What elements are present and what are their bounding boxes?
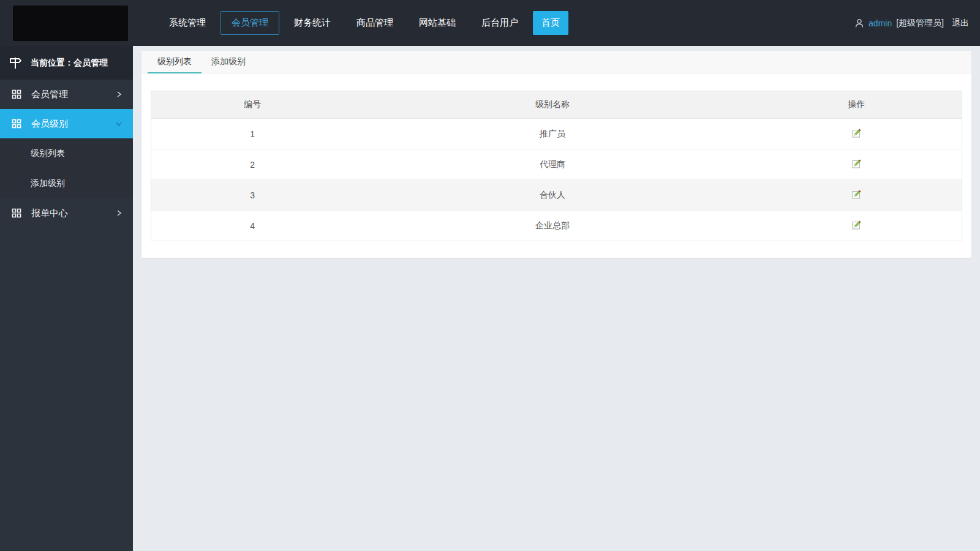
nav-item-finance[interactable]: 财务统计 <box>283 11 342 35</box>
main-nav: 系统管理 会员管理 财务统计 商品管理 网站基础 后台用户 首页 <box>158 11 568 35</box>
sidebar-subitem-label: 添加级别 <box>31 178 65 189</box>
nav-item-backend-users[interactable]: 后台用户 <box>470 11 529 35</box>
username-link[interactable]: admin <box>869 18 892 28</box>
tab-bar: 级别列表 添加级别 <box>141 51 971 73</box>
column-header-actions: 操作 <box>751 91 962 119</box>
edit-pencil-icon[interactable] <box>851 189 862 200</box>
edit-pencil-icon[interactable] <box>851 220 862 230</box>
logout-button[interactable]: 退出 <box>952 18 969 29</box>
nav-item-website[interactable]: 网站基础 <box>408 11 467 35</box>
tab-add-level[interactable]: 添加级别 <box>202 51 255 73</box>
cell-id: 3 <box>151 180 354 211</box>
table-row: 3 合伙人 <box>151 180 962 211</box>
cell-id: 1 <box>151 119 354 149</box>
edit-pencil-icon[interactable] <box>851 159 862 169</box>
sidebar-subitem-label: 级别列表 <box>31 148 65 159</box>
table-header-row: 编号 级别名称 操作 <box>151 91 962 119</box>
signpost-icon <box>8 56 23 70</box>
cell-level-name: 推广员 <box>354 119 752 149</box>
chevron-down-icon <box>115 119 123 128</box>
edit-pencil-icon[interactable] <box>851 128 862 138</box>
sidebar: 当前位置：会员管理 会员管理 会员级别 级别列表 添加级别 报单中心 <box>0 46 133 551</box>
table-row: 2 代理商 <box>151 149 962 180</box>
cell-id: 4 <box>151 211 354 241</box>
sidebar-item-label: 会员管理 <box>31 89 68 100</box>
sidebar-item-label: 会员级别 <box>31 118 68 130</box>
grid-icon <box>12 89 21 99</box>
breadcrumb: 当前位置：会员管理 <box>0 46 133 80</box>
table-container: 编号 级别名称 操作 1 推广员 <box>141 73 971 258</box>
table-row: 4 企业总部 <box>151 211 962 241</box>
sidebar-item-label: 报单中心 <box>31 208 68 219</box>
cell-level-name: 企业总部 <box>354 211 752 241</box>
main-content: 级别列表 添加级别 编号 级别名称 操作 1 推广员 <box>133 46 980 551</box>
sidebar-item-order-center[interactable]: 报单中心 <box>0 198 133 228</box>
nav-item-system[interactable]: 系统管理 <box>158 11 217 35</box>
sidebar-submenu: 级别列表 添加级别 <box>0 138 133 198</box>
chevron-right-icon <box>115 209 123 217</box>
user-role-label: [超级管理员] <box>896 18 944 29</box>
sidebar-item-member-levels[interactable]: 会员级别 <box>0 109 133 138</box>
column-header-name: 级别名称 <box>354 91 752 119</box>
column-header-id: 编号 <box>151 91 354 119</box>
table-row: 1 推广员 <box>151 119 962 149</box>
topbar: 系统管理 会员管理 财务统计 商品管理 网站基础 后台用户 首页 admin [… <box>0 0 980 46</box>
user-area: admin [超级管理员] 退出 <box>854 0 969 46</box>
sidebar-subitem-level-list[interactable]: 级别列表 <box>0 138 133 168</box>
sidebar-subitem-add-level[interactable]: 添加级别 <box>0 168 133 198</box>
cell-level-name: 合伙人 <box>354 180 752 211</box>
breadcrumb-label: 当前位置：会员管理 <box>31 58 108 69</box>
nav-item-home[interactable]: 首页 <box>533 11 568 35</box>
nav-item-members[interactable]: 会员管理 <box>221 11 279 35</box>
content-card: 级别列表 添加级别 编号 级别名称 操作 1 推广员 <box>141 51 971 258</box>
person-icon <box>854 18 864 28</box>
nav-item-products[interactable]: 商品管理 <box>345 11 404 35</box>
logo <box>13 6 128 41</box>
tab-level-list[interactable]: 级别列表 <box>148 51 202 73</box>
grid-icon <box>12 119 21 129</box>
grid-icon <box>12 208 21 218</box>
levels-table: 编号 级别名称 操作 1 推广员 <box>151 91 962 241</box>
chevron-right-icon <box>115 90 123 99</box>
cell-id: 2 <box>151 149 354 180</box>
cell-level-name: 代理商 <box>354 149 752 180</box>
sidebar-item-member-management[interactable]: 会员管理 <box>0 80 133 109</box>
